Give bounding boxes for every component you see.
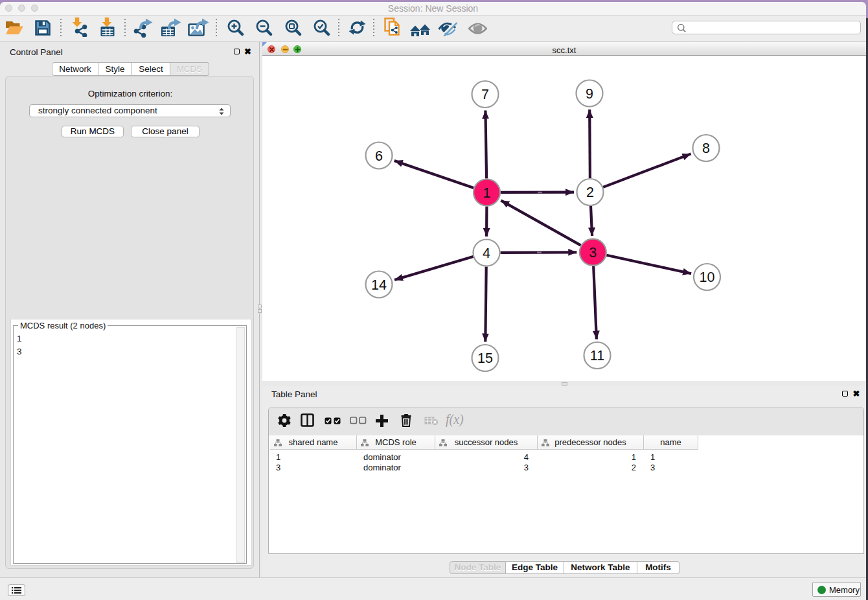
svg-text:6: 6 — [375, 148, 383, 164]
svg-text:7: 7 — [481, 87, 489, 102]
svg-text:8: 8 — [702, 141, 710, 156]
svg-text:1: 1 — [483, 185, 491, 201]
svg-text:9: 9 — [586, 86, 593, 102]
svg-text:2: 2 — [586, 185, 594, 200]
svg-text:11: 11 — [590, 348, 604, 363]
svg-text:10: 10 — [700, 270, 715, 285]
svg-text:15: 15 — [477, 351, 493, 366]
svg-text:14: 14 — [371, 277, 387, 293]
svg-text:4: 4 — [483, 246, 490, 261]
svg-text:3: 3 — [589, 245, 597, 260]
